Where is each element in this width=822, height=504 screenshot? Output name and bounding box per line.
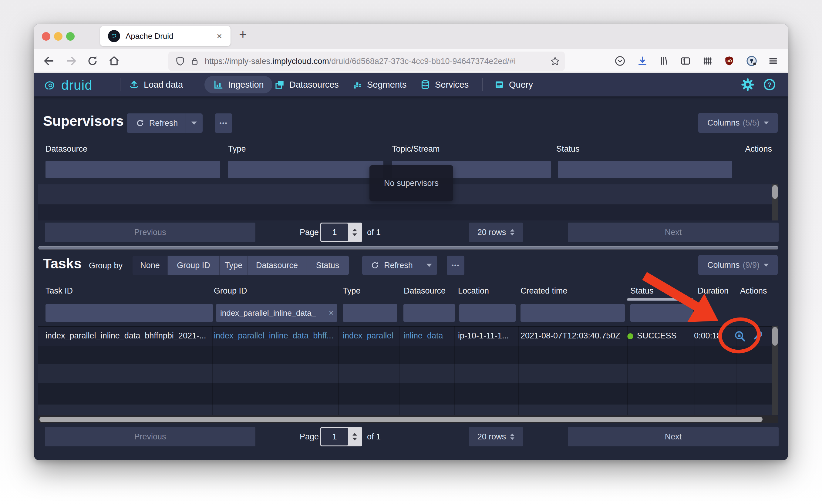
ublock-icon[interactable]: uO xyxy=(723,55,736,67)
bookmark-star-icon[interactable] xyxy=(550,56,560,67)
tasks-scrollbar-thumb[interactable] xyxy=(772,327,778,346)
sup-page-of: of 1 xyxy=(367,228,381,237)
task-filter-status[interactable] xyxy=(630,304,693,322)
group-by-segmented-control: None Group ID Type Datasource Status xyxy=(132,256,349,275)
maximize-window-button[interactable] xyxy=(66,32,75,41)
sup-header-type[interactable]: Type xyxy=(228,144,246,154)
tasks-page-stepper[interactable]: 1 xyxy=(320,427,362,446)
task-filter-created-time[interactable] xyxy=(520,304,625,322)
supervisors-more-button[interactable]: ••• xyxy=(215,113,232,133)
cell-group-id-link[interactable]: index_parallel_inline_data_bhff... xyxy=(214,331,335,341)
task-filter-task-id[interactable] xyxy=(45,304,213,322)
sup-vertical-scrollbar[interactable] xyxy=(772,184,778,220)
browser-tab[interactable]: Apache Druid × xyxy=(100,26,231,46)
task-header-created-time[interactable]: Created time xyxy=(520,286,567,296)
group-by-datasource[interactable]: Datasource xyxy=(248,256,306,275)
group-by-group-id[interactable]: Group ID xyxy=(167,256,219,275)
supervisors-columns-button[interactable]: Columns (5/5) xyxy=(698,113,778,133)
containers-fence-icon[interactable] xyxy=(701,55,714,67)
clear-filter-icon[interactable]: × xyxy=(329,308,334,318)
nav-item-ingestion[interactable]: Ingestion xyxy=(204,76,272,93)
sidebar-icon[interactable] xyxy=(679,55,692,67)
brand-name: druid xyxy=(61,78,92,93)
task-header-type[interactable]: Type xyxy=(343,286,361,296)
help-icon[interactable]: ? xyxy=(763,78,776,91)
group-by-type[interactable]: Type xyxy=(219,256,248,275)
cell-datasource-link[interactable]: inline_data xyxy=(403,331,456,341)
task-filter-group-id[interactable]: index_parallel_inline_data_ × xyxy=(216,304,337,322)
onepassword-icon[interactable] xyxy=(745,55,758,67)
pocket-icon[interactable] xyxy=(613,55,627,67)
tasks-page-stepper-arrows[interactable] xyxy=(348,428,361,446)
tasks-horizontal-scrollbar[interactable] xyxy=(38,416,778,423)
sup-next-button[interactable]: Next xyxy=(568,222,779,242)
task-header-duration[interactable]: Duration xyxy=(698,286,729,296)
refresh-dropdown-caret[interactable] xyxy=(421,256,437,275)
tasks-rows-selector[interactable]: 20 rows xyxy=(469,427,523,446)
supervisors-refresh-button[interactable]: Refresh xyxy=(127,113,202,133)
tracking-shield-icon[interactable] xyxy=(174,55,186,68)
sup-horizontal-scrollbar[interactable] xyxy=(38,246,778,250)
tab-close-button[interactable]: × xyxy=(217,32,222,41)
druid-logo[interactable]: druid xyxy=(43,78,92,93)
nav-item-datasources[interactable]: Datasources xyxy=(274,73,339,96)
tasks-columns-button[interactable]: Columns (9/9) xyxy=(698,255,778,275)
sup-filter-type[interactable] xyxy=(228,161,383,178)
sup-page-input[interactable]: 1 xyxy=(321,223,348,241)
minimize-window-button[interactable] xyxy=(54,32,62,41)
task-header-location[interactable]: Location xyxy=(458,286,489,296)
task-header-status-sorted[interactable]: Status xyxy=(630,286,654,296)
home-icon[interactable] xyxy=(108,55,120,67)
sup-previous-button[interactable]: Previous xyxy=(45,222,256,242)
nav-item-query[interactable]: Query xyxy=(494,73,533,96)
sup-scrollbar-thumb[interactable] xyxy=(772,185,778,199)
download-icon[interactable] xyxy=(636,55,649,67)
task-filter-type[interactable] xyxy=(343,304,397,322)
sup-filter-datasource[interactable] xyxy=(45,161,220,178)
task-header-task-id[interactable]: Task ID xyxy=(45,286,73,296)
column-divider xyxy=(454,326,455,415)
new-tab-button[interactable]: + xyxy=(239,27,247,42)
sup-page-stepper[interactable]: 1 xyxy=(320,222,362,242)
settings-gear-icon[interactable] xyxy=(741,78,754,91)
sup-filter-status[interactable] xyxy=(558,161,732,178)
tasks-hscrollbar-thumb[interactable] xyxy=(39,417,763,422)
tasks-page-input[interactable]: 1 xyxy=(321,428,348,446)
forward-icon[interactable] xyxy=(65,55,78,67)
group-by-status[interactable]: Status xyxy=(306,256,349,275)
sup-page-label: Page xyxy=(300,228,319,237)
task-header-datasource[interactable]: Datasource xyxy=(404,286,446,296)
library-icon[interactable] xyxy=(658,55,670,67)
group-by-none[interactable]: None xyxy=(132,256,167,275)
tab-strip: Apache Druid × + xyxy=(34,24,788,49)
nav-item-load-data[interactable]: Load data xyxy=(129,73,183,96)
nav-item-segments[interactable]: Segments xyxy=(352,73,407,96)
close-window-button[interactable] xyxy=(42,32,50,41)
task-filter-datasource[interactable] xyxy=(403,304,455,322)
back-icon[interactable] xyxy=(42,55,55,67)
menu-hamburger-icon[interactable] xyxy=(767,55,780,67)
supervisors-title: Supervisors xyxy=(43,113,124,129)
cell-type-link[interactable]: index_parallel xyxy=(343,331,400,341)
refresh-icon xyxy=(370,261,380,270)
url-bar[interactable]: https://imply-sales.implycloud.com/druid… xyxy=(168,52,565,71)
reload-icon[interactable] xyxy=(86,55,99,67)
nav-item-services[interactable]: Services xyxy=(420,73,469,96)
tasks-next-button[interactable]: Next xyxy=(568,427,779,446)
sup-header-status[interactable]: Status xyxy=(556,144,580,154)
sup-header-topic-stream[interactable]: Topic/Stream xyxy=(392,144,440,154)
tasks-previous-button[interactable]: Previous xyxy=(45,427,256,446)
refresh-dropdown-caret[interactable] xyxy=(185,113,202,133)
tasks-more-button[interactable]: ••• xyxy=(447,256,464,275)
task-header-group-id[interactable]: Group ID xyxy=(214,286,247,296)
tasks-vertical-scrollbar[interactable] xyxy=(772,326,778,415)
chevron-down-icon xyxy=(764,121,769,125)
sup-header-datasource[interactable]: Datasource xyxy=(45,144,87,154)
sup-page-stepper-arrows[interactable] xyxy=(348,223,361,241)
task-filter-location[interactable] xyxy=(459,304,516,322)
task-actions-wrench-icon[interactable] xyxy=(751,330,763,342)
lock-icon[interactable] xyxy=(188,55,201,68)
status-sort-indicator xyxy=(627,299,693,301)
tasks-refresh-button[interactable]: Refresh xyxy=(362,256,437,275)
sup-rows-selector[interactable]: 20 rows xyxy=(469,222,523,242)
